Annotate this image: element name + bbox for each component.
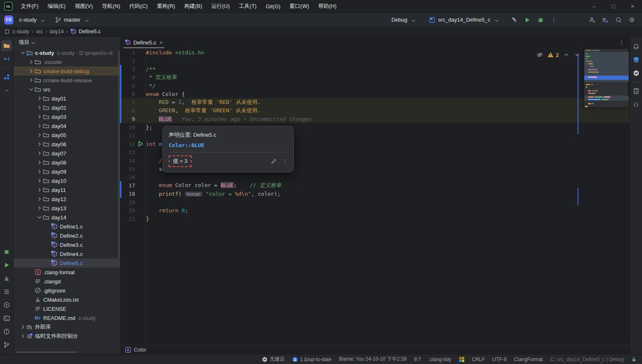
tree-item-day04[interactable]: day04 (14, 121, 120, 130)
tree-item-license[interactable]: LICENSE (14, 304, 120, 313)
maximize-button[interactable]: □ (604, 0, 623, 12)
chevron-right-icon[interactable] (36, 177, 43, 184)
tree-item-day01[interactable]: day01 (14, 94, 120, 103)
statusbar-caret-position[interactable]: 9:7 (414, 357, 421, 362)
chevron-down-icon[interactable] (20, 49, 26, 56)
more-run-actions-button[interactable]: ⋮ (548, 15, 560, 25)
breadcrumb-file[interactable]: Define5.c (79, 29, 101, 34)
run-line-icon[interactable] (137, 140, 144, 147)
tree-item-cmake-build-debug[interactable]: cmake-build-debug (14, 66, 120, 76)
chevron-up-icon[interactable] (563, 52, 570, 58)
code-line-18[interactable]: 18 printf( format: "color = %d\n", color… (120, 189, 630, 198)
debug-button[interactable] (535, 15, 546, 25)
code-area[interactable]: 1#include <stdio.h>23/**4 * 定义枚举5 */6enu… (120, 48, 630, 345)
chevron-right-icon[interactable] (36, 132, 43, 138)
tree-item-c-study[interactable]: c-studyc-study - D:\project\c-st (14, 48, 120, 57)
tree-item-define1-c[interactable]: CDefine1.c (14, 222, 120, 231)
line-number[interactable]: 5 (120, 83, 137, 89)
statusbar-clang-format[interactable]: ClangFormat (514, 357, 543, 362)
chevron-right-icon[interactable] (28, 59, 34, 65)
line-number[interactable]: 2 (120, 58, 137, 64)
services-tool-button[interactable] (1, 300, 12, 310)
code-line-3[interactable]: 3/** (120, 65, 630, 73)
structure-tool-button[interactable] (1, 71, 12, 82)
tree-item-day08[interactable]: day08 (14, 158, 120, 167)
statusbar-encoding[interactable]: UTF-8 (492, 357, 507, 362)
branch-selector[interactable]: master (52, 15, 91, 25)
line-number[interactable]: 21 (120, 216, 137, 222)
statusbar-line-separator[interactable]: CRLF (472, 357, 485, 362)
code-line-5[interactable]: 5 */ (120, 81, 630, 90)
tree-item-day12[interactable]: day12 (14, 194, 120, 204)
documentation-tool-button[interactable]: A (631, 86, 642, 96)
code-line-7[interactable]: 7 RED = 1, 枚举常量 'RED' 从未使用. (120, 98, 630, 106)
chevron-right-icon[interactable] (36, 205, 43, 212)
code-line-6[interactable]: 6enum Color { (120, 90, 630, 98)
tree-item-day02[interactable]: day02 (14, 103, 120, 112)
line-number[interactable]: 6 (120, 91, 137, 97)
menu-item[interactable]: 代码(C) (125, 0, 152, 12)
line-number[interactable]: 12 (120, 141, 137, 147)
breadcrumb-item[interactable]: day14 (49, 29, 64, 34)
cmake-tool-button[interactable] (1, 273, 12, 284)
tree-item--clangd[interactable]: .clangd (14, 277, 120, 286)
line-number[interactable]: 4 (120, 74, 137, 81)
run-tool-button[interactable] (1, 260, 12, 271)
tree-item--gitignore[interactable]: .gitignore (14, 286, 120, 295)
todo-tool-button[interactable] (1, 286, 12, 297)
menu-item[interactable]: 构建(B) (180, 0, 207, 12)
tree-item-define3-c[interactable]: CDefine3.c (14, 240, 120, 249)
tree-item--[interactable]: 临时文件和控制台 (14, 332, 120, 341)
chevron-right-icon[interactable] (36, 150, 43, 157)
tree-item-src[interactable]: src (14, 85, 120, 94)
debug-mode-selector[interactable]: Debug (389, 15, 418, 25)
terminal-tool-button[interactable] (1, 313, 12, 324)
chevron-right-icon[interactable] (36, 187, 43, 193)
menu-item[interactable]: 编辑(E) (43, 0, 70, 12)
tree-item-day11[interactable]: day11 (14, 185, 120, 194)
run-config-selector[interactable]: src_day14_Define5_c (426, 15, 501, 25)
line-number[interactable]: 17 (120, 182, 137, 189)
chevron-right-icon[interactable] (36, 123, 43, 129)
menu-item[interactable]: 重构(R) (152, 0, 180, 12)
chevron-down-icon[interactable] (28, 86, 34, 93)
debug-tool-button[interactable] (1, 246, 12, 257)
tree-item-day14[interactable]: day14 (14, 213, 120, 222)
tree-item-day06[interactable]: day06 (14, 140, 120, 149)
warning-triangle-icon[interactable] (547, 52, 554, 58)
database-tool-button[interactable] (631, 54, 642, 65)
chevron-right-icon[interactable] (36, 104, 43, 111)
chevron-down-icon[interactable] (36, 214, 43, 221)
line-number[interactable]: 15 (120, 166, 137, 172)
chevron-right-icon[interactable] (20, 324, 26, 330)
line-number[interactable]: 10 (120, 124, 137, 130)
minimap[interactable] (584, 49, 628, 108)
eye-off-icon[interactable] (536, 52, 543, 58)
menu-item[interactable]: 导航(N) (97, 0, 125, 12)
statusbar-write-access[interactable] (631, 357, 637, 362)
chevron-right-icon[interactable] (36, 141, 43, 148)
tab-define5c[interactable]: C Define5.c × (121, 37, 167, 48)
code-line-4[interactable]: 4 * 定义枚举 (120, 73, 630, 81)
chevron-right-icon[interactable] (36, 159, 43, 166)
structure-right-tool-button[interactable]: {} (631, 99, 642, 110)
tree-item--[interactable]: 外部库 (14, 322, 120, 332)
code-line-21[interactable]: 21} (120, 214, 630, 223)
line-number[interactable]: 13 (120, 149, 137, 155)
ai-assistant-tool-button[interactable] (631, 68, 642, 79)
code-line-9[interactable]: 9 BLUE You, 3 minutes ago • Uncommitted … (120, 115, 630, 123)
tree-horizontal-scrollbar[interactable] (16, 352, 78, 353)
menu-item[interactable]: 工具(T) (234, 0, 261, 12)
tree-vertical-scrollbar[interactable] (118, 51, 120, 258)
line-number[interactable]: 11 (120, 133, 137, 139)
code-line-20[interactable]: 20 return 0; (120, 206, 630, 214)
build-button[interactable] (508, 15, 520, 25)
tree-item-readme-md[interactable]: MREADME.mdc-study (14, 313, 120, 322)
line-number[interactable]: 18 (120, 191, 137, 197)
breadcrumb-item[interactable]: c-study (12, 29, 29, 34)
tree-item--vscode[interactable]: .vscode (14, 57, 120, 66)
menu-item[interactable]: 文件(F) (16, 0, 43, 12)
code-line-16[interactable]: 16 (120, 173, 630, 181)
chevron-right-icon[interactable] (36, 95, 43, 102)
statusbar-ai-suggestions[interactable]: 无建议 (262, 356, 285, 363)
